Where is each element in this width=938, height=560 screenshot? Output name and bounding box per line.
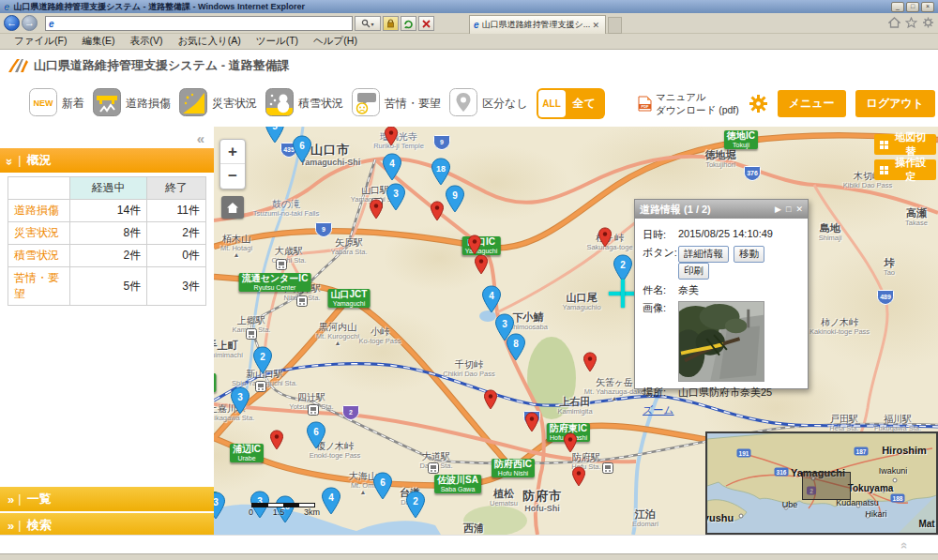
search-dropdown[interactable]: ▾ <box>355 16 381 31</box>
stop-button[interactable] <box>418 16 434 31</box>
filter-road-damage-button[interactable]: 道路損傷 <box>93 88 171 120</box>
blue-marker-2[interactable]: 2 <box>252 346 273 378</box>
popup-play-icon[interactable]: ▶ <box>775 204 781 214</box>
red-marker[interactable] <box>563 432 578 457</box>
close-button[interactable]: × <box>921 2 934 12</box>
place-name: 黒河内山 <box>316 322 359 333</box>
blue-marker-3[interactable]: 3 <box>230 386 250 418</box>
overview-table: 経過中 終了 道路損傷14件11件災害状況8件2件積雪状況2件0件苦情・要望5件… <box>8 176 206 306</box>
collapse-up-icon[interactable]: « <box>898 542 912 549</box>
blue-marker-6[interactable]: 6 <box>372 472 393 504</box>
menu-item-ファイル(F)[interactable]: ファイル(F) <box>8 34 73 49</box>
tab-close-icon[interactable]: ✕ <box>590 21 601 30</box>
svg-text:2: 2 <box>413 496 418 507</box>
menu-item-ヘルプ(H)[interactable]: ヘルプ(H) <box>307 34 364 49</box>
security-lock[interactable] <box>383 16 399 31</box>
filter-all-button[interactable]: ALL全て <box>537 88 605 119</box>
station-icon <box>308 402 319 419</box>
blue-marker-6[interactable]: 6 <box>292 135 312 167</box>
svg-text:6: 6 <box>380 477 386 488</box>
favorites-star-icon[interactable] <box>905 17 917 28</box>
new-tab-button[interactable] <box>608 17 622 34</box>
stat-category-link[interactable]: 道路損傷 <box>8 200 70 222</box>
red-marker[interactable] <box>384 127 399 150</box>
zoom-out-button[interactable]: − <box>220 164 245 189</box>
minimize-button[interactable]: _ <box>891 2 904 12</box>
red-marker[interactable] <box>571 466 586 491</box>
blue-marker-8[interactable]: 8 <box>506 333 526 365</box>
logout-button[interactable]: ログアウト <box>855 90 935 117</box>
menu-button[interactable]: メニュー <box>778 90 846 117</box>
map-home-button[interactable] <box>221 196 244 219</box>
stat-category-link[interactable]: 苦情・要望 <box>8 267 70 306</box>
place-romaji: Ko-toge Pass <box>358 337 401 345</box>
menu-item-ツール(T)[interactable]: ツール(T) <box>250 34 305 49</box>
menu-item-お気に入り(A)[interactable]: お気に入り(A) <box>171 34 247 49</box>
filter-complaint-button[interactable]: 苦情・要望 <box>352 88 441 120</box>
red-marker[interactable] <box>598 227 613 251</box>
list-panel-header[interactable]: » | 一覧 <box>0 487 214 511</box>
refresh-button[interactable] <box>401 16 416 31</box>
blue-marker-2[interactable]: 2 <box>405 491 426 522</box>
svg-text:6: 6 <box>299 141 305 151</box>
blue-marker-4[interactable]: 4 <box>481 285 502 317</box>
popup-action-印刷[interactable]: 印刷 <box>678 263 709 280</box>
address-input[interactable] <box>57 18 349 29</box>
place-label: 栢木山Mt. Hotagi▲ <box>220 234 252 258</box>
blue-marker-6[interactable]: 6 <box>306 421 326 453</box>
manual-download-link[interactable]: PDF マニュアルダウンロード (pdf) <box>638 91 739 115</box>
red-marker[interactable] <box>524 412 539 436</box>
zoom-in-button[interactable]: + <box>220 140 245 164</box>
filter-disaster-button[interactable]: 災害状況 <box>179 88 257 120</box>
place-label: 福川駅Fukugawa Sta. <box>874 414 921 432</box>
filter-new-button[interactable]: NEW新着 <box>29 88 84 120</box>
red-marker[interactable] <box>582 352 598 376</box>
blue-marker-4[interactable]: 4 <box>382 153 402 185</box>
settings-button[interactable]: 操作設定 <box>874 159 936 180</box>
menu-item-表示(V)[interactable]: 表示(V) <box>123 34 169 49</box>
filter-uncategorized-button[interactable]: 区分なし <box>449 88 528 120</box>
stat-category-link[interactable]: 積雪状況 <box>8 245 70 267</box>
place-label: 柿ノ木峠Kakinoki-toge Pass <box>809 317 870 336</box>
stat-category-link[interactable]: 災害状況 <box>8 222 70 245</box>
layer-switch-button[interactable]: 地図切替 <box>874 134 936 155</box>
chevron-down-icon: » <box>3 158 17 162</box>
home-icon[interactable] <box>888 17 900 28</box>
blue-marker-3[interactable]: 3 <box>214 492 226 523</box>
minimap-label: Hiroshim <box>882 445 927 456</box>
map-canvas[interactable]: 流通センターICRyutsu Center山口ICYamaguchi山口JCTY… <box>214 127 938 535</box>
forward-button[interactable]: → <box>22 15 38 31</box>
blue-marker-3[interactable]: 3 <box>386 183 406 215</box>
filter-snow-button[interactable]: 積雪状況 <box>265 88 343 120</box>
menu-item-編集(E)[interactable]: 編集(E) <box>75 34 121 49</box>
popup-title-bar[interactable]: 道路情報 (1 / 2) ▶ □ ✕ <box>635 200 808 219</box>
popup-action-詳細情報[interactable]: 詳細情報 <box>678 246 729 263</box>
settings-gear-icon[interactable] <box>749 94 768 114</box>
road-photo[interactable] <box>678 301 764 382</box>
popup-maximize-icon[interactable]: □ <box>786 204 791 214</box>
popup-close-icon[interactable]: ✕ <box>795 204 803 214</box>
red-marker[interactable] <box>369 199 384 223</box>
popup-action-移動[interactable]: 移動 <box>734 246 764 263</box>
popup-body: 日時: 2015/08/25 14:10:49 ボタン: 詳細情報移動印刷 件名… <box>635 219 808 427</box>
ic-label: 流通センターICRyutsu Center <box>239 273 311 292</box>
ic-romaji: Tokuji <box>727 142 755 148</box>
minimap-viewport-rect[interactable] <box>802 472 851 500</box>
red-marker[interactable] <box>269 430 284 454</box>
red-marker[interactable] <box>474 254 489 279</box>
blue-marker-5[interactable]: 5 <box>265 127 285 147</box>
blue-marker-9[interactable]: 9 <box>445 185 465 217</box>
tools-gear-icon[interactable] <box>922 17 934 28</box>
sidebar: « » | 概況 経過中 終了 道路損傷14件11件災害状況8件2件積雪状況2件… <box>0 127 214 535</box>
overview-minimap[interactable]: YamaguchiHiroshimIwakuniTokuyamaKudamats… <box>705 431 938 535</box>
red-marker[interactable] <box>430 201 445 225</box>
browser-tab[interactable]: e 山口県道路維持管理支援シ... ✕ <box>469 15 606 34</box>
restore-button[interactable]: □ <box>906 2 919 12</box>
blue-marker-4[interactable]: 4 <box>321 487 341 519</box>
back-button[interactable]: ← <box>4 15 20 31</box>
sidebar-collapse-icon[interactable]: « <box>197 130 204 146</box>
zoom-link[interactable]: ズーム <box>643 403 674 417</box>
tab-title: 山口県道路維持管理支援シ... <box>482 19 591 31</box>
red-marker[interactable] <box>483 389 498 414</box>
overview-panel-header[interactable]: » | 概況 <box>0 148 214 173</box>
